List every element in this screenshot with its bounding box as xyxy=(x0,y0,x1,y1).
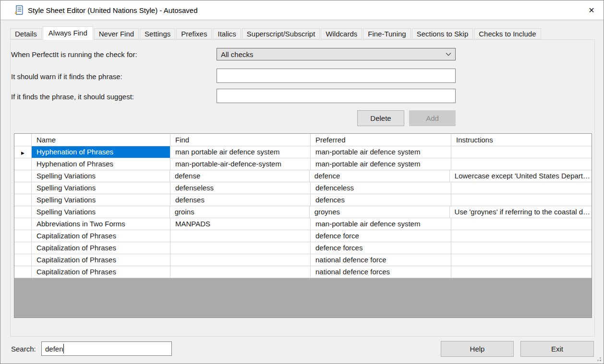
cell-preferred[interactable]: defence forces xyxy=(311,242,451,254)
cell-find[interactable] xyxy=(170,230,311,242)
cell-find[interactable]: defenses xyxy=(170,194,311,206)
table-row: Abbreviations in Two Forms MANPADS man-p… xyxy=(14,218,592,230)
cell-preferred[interactable]: man-portable air defence system xyxy=(311,146,451,158)
cell-preferred[interactable]: national defence forces xyxy=(311,266,451,278)
column-header-find[interactable]: Find xyxy=(170,134,311,146)
table-row: Capitalization of Phrases defence forces xyxy=(14,242,592,254)
tab-sections-to-skip[interactable]: Sections to Skip xyxy=(412,28,473,39)
check-for-label: When PerfectIt is running the check for: xyxy=(11,50,137,59)
row-header-cell[interactable] xyxy=(14,230,32,242)
cell-preferred[interactable]: defences xyxy=(311,194,451,206)
delete-button[interactable]: Delete xyxy=(357,110,404,126)
column-header-preferred[interactable]: Preferred xyxy=(311,134,451,146)
table-row: Capitalization of Phrases national defen… xyxy=(14,266,592,278)
cell-preferred[interactable]: defence xyxy=(310,170,450,182)
cell-instructions[interactable] xyxy=(451,230,592,242)
delete-button-label: Delete xyxy=(370,114,391,122)
cell-find[interactable]: defense xyxy=(170,170,310,182)
cell-instructions[interactable] xyxy=(451,266,592,278)
add-button-label: Add xyxy=(426,114,439,122)
table-row: Capitalization of Phrases national defen… xyxy=(14,254,592,266)
app-icon xyxy=(14,5,24,15)
cell-preferred[interactable]: national defence force xyxy=(311,254,451,266)
cell-find[interactable]: MANPADS xyxy=(170,218,311,230)
cell-preferred[interactable]: man-portable air defence system xyxy=(311,218,451,230)
tab-checks-to-include[interactable]: Checks to Include xyxy=(474,28,541,39)
cell-name[interactable]: Spelling Variations xyxy=(32,170,170,182)
cell-name[interactable]: Abbreviations in Two Forms xyxy=(32,218,170,230)
tab-italics[interactable]: Italics xyxy=(213,28,241,39)
tab-fine-tuning[interactable]: Fine-Tuning xyxy=(363,28,411,39)
add-button: Add xyxy=(409,110,456,126)
cell-find[interactable] xyxy=(170,254,311,266)
row-header-cell[interactable] xyxy=(14,206,32,218)
row-header-cell[interactable] xyxy=(14,158,32,170)
cell-find[interactable]: man-portable-air-defence-system xyxy=(170,158,311,170)
cell-find[interactable]: defenseless xyxy=(170,182,311,194)
cell-instructions[interactable] xyxy=(451,194,592,206)
cell-preferred[interactable]: defenceless xyxy=(311,182,451,194)
cell-name[interactable]: Hyphenation of Phrases xyxy=(32,146,170,158)
row-header-cell[interactable] xyxy=(14,182,32,194)
row-header-cell[interactable] xyxy=(14,170,32,182)
row-header-cell[interactable] xyxy=(14,266,32,278)
row-header-cell[interactable]: ▶ xyxy=(14,146,32,158)
cell-instructions[interactable] xyxy=(451,182,592,194)
table-row: Hyphenation of Phrases man-portable-air-… xyxy=(14,158,592,170)
cell-instructions[interactable] xyxy=(451,146,592,158)
grid-body: ▶ Hyphenation of Phrases man portable ai… xyxy=(14,146,592,278)
column-header-name[interactable]: Name xyxy=(32,134,170,146)
cell-instructions[interactable] xyxy=(451,218,592,230)
tab-prefixes[interactable]: Prefixes xyxy=(176,28,212,39)
cell-find[interactable]: groins xyxy=(170,206,310,218)
tab-superscript-subscript[interactable]: Superscript/Subscript xyxy=(242,28,320,39)
resize-grip-icon[interactable] xyxy=(595,355,602,362)
text-cursor xyxy=(63,344,64,353)
cell-preferred[interactable]: groynes xyxy=(310,206,450,218)
cell-instructions[interactable] xyxy=(451,158,592,170)
exit-button[interactable]: Exit xyxy=(520,341,594,357)
window-title: Style Sheet Editor (United Nations Style… xyxy=(28,6,198,14)
cell-name[interactable]: Capitalization of Phrases xyxy=(32,254,170,266)
table-row: Spelling Variations defenses defences xyxy=(14,194,592,206)
table-row: Capitalization of Phrases defence force xyxy=(14,230,592,242)
cell-name[interactable]: Spelling Variations xyxy=(32,194,170,206)
cell-preferred[interactable]: defence force xyxy=(311,230,451,242)
title-bar[interactable]: Style Sheet Editor (United Nations Style… xyxy=(0,0,604,20)
search-label: Search: xyxy=(11,345,36,353)
close-button[interactable]: ✕ xyxy=(580,0,604,20)
tab-wildcards[interactable]: Wildcards xyxy=(321,28,362,39)
column-header-instructions[interactable]: Instructions xyxy=(451,134,592,146)
cell-name[interactable]: Capitalization of Phrases xyxy=(32,230,170,242)
warn-phrase-input[interactable] xyxy=(217,69,456,83)
search-input[interactable] xyxy=(41,341,172,356)
cell-instructions[interactable] xyxy=(451,242,592,254)
row-header-cell[interactable] xyxy=(14,254,32,266)
cell-name[interactable]: Spelling Variations xyxy=(32,182,170,194)
cell-find[interactable] xyxy=(170,266,311,278)
cell-instructions[interactable] xyxy=(451,254,592,266)
tab-settings[interactable]: Settings xyxy=(140,28,175,39)
cell-name[interactable]: Capitalization of Phrases xyxy=(32,242,170,254)
cell-name[interactable]: Hyphenation of Phrases xyxy=(32,158,170,170)
cell-name[interactable]: Capitalization of Phrases xyxy=(32,266,170,278)
cell-find[interactable]: man portable air defence system xyxy=(170,146,311,158)
cell-name[interactable]: Spelling Variations xyxy=(32,206,170,218)
row-header-cell[interactable] xyxy=(14,194,32,206)
tab-details[interactable]: Details xyxy=(10,28,42,39)
cell-instructions[interactable]: Lowercase except 'United States Depart… xyxy=(450,170,592,182)
grid-header-row: Name Find Preferred Instructions xyxy=(14,134,592,146)
cell-instructions[interactable]: Use 'groynes' if referring to the coasta… xyxy=(450,206,592,218)
row-header-cell[interactable] xyxy=(14,242,32,254)
row-header-cell[interactable] xyxy=(14,218,32,230)
row-selector-arrow-icon: ▶ xyxy=(21,151,24,155)
tab-always-find[interactable]: Always Find xyxy=(43,26,93,40)
grid-corner-cell[interactable] xyxy=(14,134,32,146)
table-row: Spelling Variations defense defence Lowe… xyxy=(14,170,592,182)
tab-never-find[interactable]: Never Find xyxy=(94,28,139,39)
help-button[interactable]: Help xyxy=(441,341,514,357)
suggest-phrase-input[interactable] xyxy=(217,89,456,103)
check-for-dropdown[interactable]: All checks xyxy=(217,48,456,60)
cell-preferred[interactable]: man-portable air defence system xyxy=(311,158,451,170)
cell-find[interactable] xyxy=(170,242,311,254)
